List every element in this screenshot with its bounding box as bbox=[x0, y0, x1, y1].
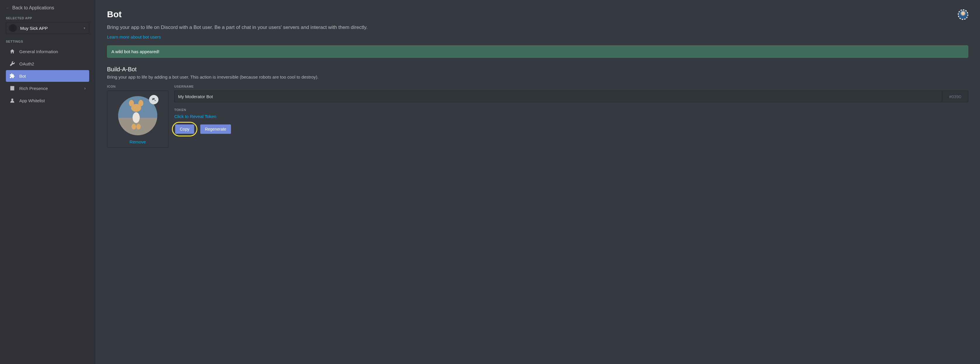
build-a-bot-title: Build-A-Bot bbox=[107, 66, 968, 73]
nav-item-oauth2[interactable]: OAuth2 bbox=[6, 58, 89, 70]
icon-field-label: ICON bbox=[107, 85, 169, 88]
bot-avatar-wrap[interactable] bbox=[118, 96, 157, 135]
page-description: Bring your app to life on Discord with a… bbox=[107, 25, 968, 30]
wrench-icon bbox=[10, 61, 15, 66]
sidebar: ← Back to Applications SELECTED APP Muy … bbox=[0, 0, 95, 364]
avatar-image bbox=[959, 10, 967, 19]
app-selector-dropdown[interactable]: Muy Sick APP ▼ bbox=[6, 22, 89, 34]
home-icon bbox=[10, 49, 15, 54]
chevron-right-icon: › bbox=[84, 86, 86, 90]
token-field-label: TOKEN bbox=[174, 108, 968, 112]
icon-upload-box: Remove bbox=[107, 90, 169, 148]
username-input[interactable] bbox=[174, 90, 942, 102]
success-banner: A wild bot has appeared! bbox=[107, 45, 968, 58]
nav-label: App Whitelist bbox=[19, 98, 86, 103]
page-title: Bot bbox=[107, 9, 122, 19]
back-to-applications-link[interactable]: ← Back to Applications bbox=[6, 5, 89, 11]
icon-column: ICON Remove bbox=[107, 85, 169, 148]
upload-image-icon bbox=[151, 97, 156, 102]
discriminator-display: #0390 bbox=[942, 90, 968, 102]
nav-label: Bot bbox=[19, 74, 86, 79]
document-icon bbox=[10, 85, 15, 91]
user-avatar[interactable] bbox=[958, 9, 968, 20]
settings-label: SETTINGS bbox=[6, 40, 89, 43]
copy-token-button[interactable]: Copy bbox=[175, 125, 194, 134]
username-field-label: USERNAME bbox=[174, 85, 968, 88]
right-column: USERNAME #0390 TOKEN Click to Reveal Tok… bbox=[174, 85, 968, 136]
banner-text: A wild bot has appeared! bbox=[111, 49, 159, 54]
back-label: Back to Applications bbox=[12, 5, 54, 11]
regenerate-token-button[interactable]: Regenerate bbox=[200, 125, 231, 134]
nav-item-app-whitelist[interactable]: App Whitelist bbox=[6, 95, 89, 106]
nav-item-rich-presence[interactable]: Rich Presence › bbox=[6, 82, 89, 94]
selected-app-label: SELECTED APP bbox=[6, 16, 89, 20]
chevron-down-icon: ▼ bbox=[83, 27, 86, 30]
nav-label: General Information bbox=[19, 49, 86, 54]
nav-label: OAuth2 bbox=[19, 61, 86, 66]
remove-icon-link[interactable]: Remove bbox=[129, 139, 146, 144]
nav-label: Rich Presence bbox=[19, 86, 80, 91]
nav-item-bot[interactable]: Bot bbox=[6, 70, 89, 82]
nav-item-general-information[interactable]: General Information bbox=[6, 46, 89, 57]
copy-button-highlight: Copy bbox=[172, 122, 197, 136]
upload-image-badge[interactable] bbox=[149, 95, 159, 104]
settings-nav: General Information OAuth2 Bot Rich Pres… bbox=[6, 46, 89, 106]
learn-more-link[interactable]: Learn more about bot users bbox=[107, 35, 161, 40]
main-content: Bot Bring your app to life on Discord wi… bbox=[95, 0, 980, 364]
build-a-bot-description: Bring your app to life by adding a bot u… bbox=[107, 74, 968, 79]
selected-app-name: Muy Sick APP bbox=[20, 26, 83, 31]
app-avatar-icon bbox=[9, 24, 17, 32]
person-icon bbox=[10, 98, 15, 103]
reveal-token-link[interactable]: Click to Reveal Token bbox=[174, 114, 216, 119]
puzzle-icon bbox=[10, 73, 15, 79]
arrow-left-icon: ← bbox=[6, 6, 10, 10]
